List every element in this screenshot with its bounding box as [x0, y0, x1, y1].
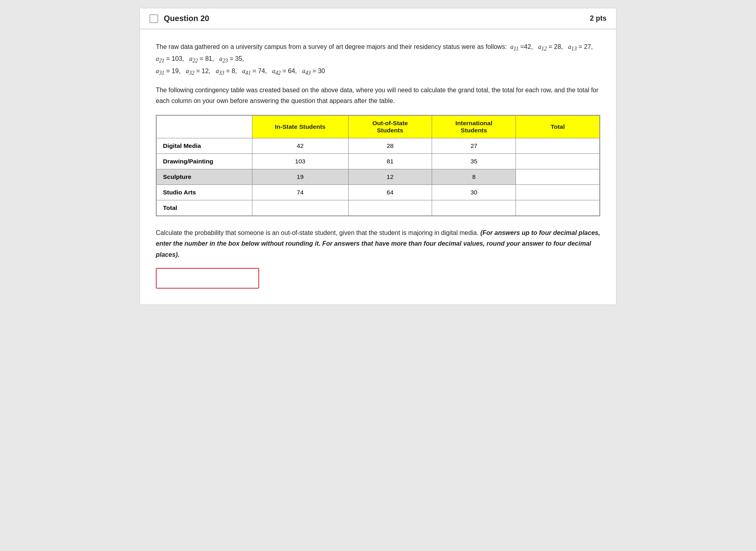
row-label-drawing-painting: Drawing/Painting — [157, 154, 252, 169]
cell-sculpture-in-state: 19 — [252, 169, 348, 185]
question-checkbox[interactable] — [149, 14, 158, 23]
cell-total-out-of-state — [348, 200, 432, 216]
cell-total-grand — [516, 200, 600, 216]
table-row-total: Total — [157, 200, 600, 216]
calc-question-text: Calculate the probability that someone i… — [156, 227, 600, 260]
cell-total-international — [432, 200, 516, 216]
header-left: Question 20 — [149, 14, 209, 23]
cell-digital-media-international: 27 — [432, 138, 516, 154]
answer-box-container — [156, 268, 600, 289]
col-header-out-of-state: Out-of-StateStudents — [348, 116, 432, 138]
col-header-total: Total — [516, 116, 600, 138]
cell-drawing-international: 35 — [432, 154, 516, 169]
row-label-digital-media: Digital Media — [157, 138, 252, 154]
table-row: Sculpture 19 12 8 — [157, 169, 600, 185]
cell-drawing-in-state: 103 — [252, 154, 348, 169]
intro-paragraph1: The raw data gathered on a university ca… — [156, 41, 600, 78]
contingency-table: In-State Students Out-of-StateStudents I… — [156, 115, 600, 216]
cell-sculpture-international: 8 — [432, 169, 516, 185]
cell-drawing-total — [516, 154, 600, 169]
col-header-empty — [157, 116, 252, 138]
cell-sculpture-out-of-state: 12 — [348, 169, 432, 185]
table-row: Digital Media 42 28 27 — [157, 138, 600, 154]
cell-total-in-state — [252, 200, 348, 216]
contingency-table-wrapper: In-State Students Out-of-StateStudents I… — [156, 115, 600, 216]
cell-studio-in-state: 74 — [252, 185, 348, 200]
cell-digital-media-total — [516, 138, 600, 154]
cell-studio-out-of-state: 64 — [348, 185, 432, 200]
question-title: Question 20 — [164, 14, 209, 23]
col-header-international: InternationalStudents — [432, 116, 516, 138]
answer-input[interactable] — [156, 268, 259, 289]
row-label-total: Total — [157, 200, 252, 216]
question-header: Question 20 2 pts — [140, 8, 616, 29]
table-row: Studio Arts 74 64 30 — [157, 185, 600, 200]
cell-studio-international: 30 — [432, 185, 516, 200]
table-header-row: In-State Students Out-of-StateStudents I… — [157, 116, 600, 138]
col-header-in-state: In-State Students — [252, 116, 348, 138]
cell-digital-media-out-of-state: 28 — [348, 138, 432, 154]
question-pts: 2 pts — [590, 14, 607, 23]
description-paragraph: The following contingency table was crea… — [156, 85, 600, 106]
cell-sculpture-total — [516, 169, 600, 185]
cell-studio-total — [516, 185, 600, 200]
table-row: Drawing/Painting 103 81 35 — [157, 154, 600, 169]
cell-digital-media-in-state: 42 — [252, 138, 348, 154]
question-container: Question 20 2 pts The raw data gathered … — [140, 8, 616, 305]
row-label-sculpture: Sculpture — [157, 169, 252, 185]
row-label-studio-arts: Studio Arts — [157, 185, 252, 200]
cell-drawing-out-of-state: 81 — [348, 154, 432, 169]
content-area: The raw data gathered on a university ca… — [140, 29, 616, 305]
